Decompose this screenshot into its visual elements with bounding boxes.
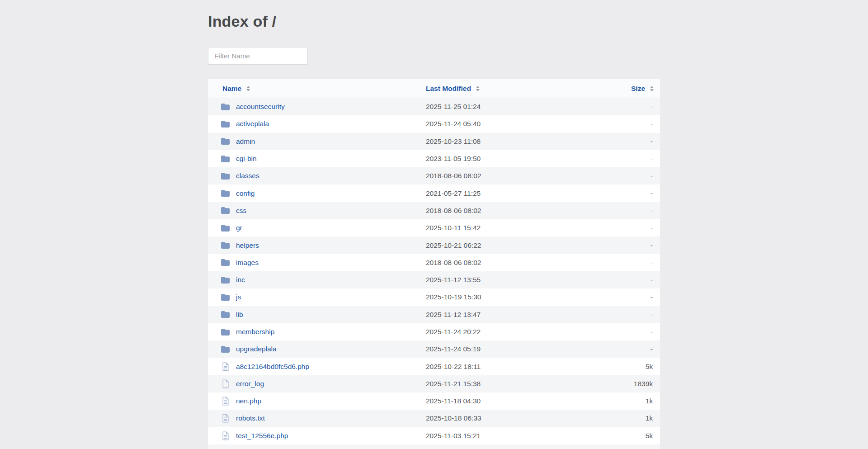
table-row: lib 2025-11-12 13:47 - <box>208 306 660 323</box>
table-row: error_log 2025-11-21 15:38 1839k <box>208 375 660 392</box>
entry-link[interactable]: helpers <box>236 241 259 250</box>
column-header-size-label: Size <box>631 85 645 93</box>
folder-icon <box>221 293 230 302</box>
sort-icon <box>246 86 250 91</box>
file-icon <box>221 379 230 388</box>
entry-link[interactable]: activeplala <box>236 120 269 128</box>
table-row: config 2021-05-27 11:25 - <box>208 184 660 202</box>
column-header-name-label: Name <box>222 85 241 93</box>
name-cell: activeplala <box>208 119 426 128</box>
entry-link[interactable]: upgradeplala <box>236 345 277 353</box>
entry-link[interactable]: gr <box>236 224 242 232</box>
last-modified-cell: 2025-11-24 05:19 <box>426 345 606 353</box>
entry-link[interactable]: nen.php <box>236 397 261 405</box>
entry-link[interactable]: error_log <box>236 380 264 388</box>
size-cell: - <box>606 207 660 215</box>
last-modified-cell: 2025-11-21 15:38 <box>426 380 606 388</box>
last-modified-cell: 2025-10-22 18:11 <box>426 363 606 371</box>
file-listing-table: Name Last Modified Size accountsecurity <box>208 79 660 449</box>
sort-icon <box>650 86 654 91</box>
column-header-size[interactable]: Size <box>606 85 660 93</box>
entry-link[interactable]: a8c12164bd0fc5d6.php <box>236 363 309 371</box>
size-cell: - <box>606 293 660 301</box>
last-modified-cell: 2025-10-18 06:33 <box>426 414 606 422</box>
last-modified-cell: 2025-11-12 13:47 <box>426 311 606 319</box>
size-cell: - <box>606 276 660 284</box>
entry-link[interactable]: js <box>236 293 241 301</box>
size-cell: - <box>606 345 660 353</box>
table-row: membership 2025-11-24 20:22 - <box>208 323 660 340</box>
table-row: helpers 2025-10-21 06:22 - <box>208 236 660 254</box>
table-row: admin 2025-10-23 11:08 - <box>208 133 660 150</box>
size-cell: 5k <box>606 432 660 440</box>
name-cell: config <box>208 189 426 198</box>
entry-link[interactable]: config <box>236 189 255 198</box>
file-table-body: accountsecurity 2025-11-25 01:24 - activ… <box>208 98 660 444</box>
folder-icon <box>221 119 230 128</box>
directory-index-page: Index of / Name Last Modified Size <box>208 0 660 449</box>
file-text-icon <box>221 362 230 371</box>
table-row: cgi-bin 2023-11-05 19:50 - <box>208 150 660 167</box>
table-row: images 2018-08-06 08:02 - <box>208 254 660 271</box>
table-row: css 2018-08-06 08:02 - <box>208 202 660 219</box>
entry-link[interactable]: admin <box>236 137 255 146</box>
table-header-row: Name Last Modified Size <box>208 79 660 98</box>
name-cell: cgi-bin <box>208 154 426 163</box>
column-header-name[interactable]: Name <box>208 85 426 93</box>
entry-link[interactable]: images <box>236 259 259 267</box>
name-cell: images <box>208 258 426 267</box>
last-modified-cell: 2025-10-21 06:22 <box>426 241 606 250</box>
name-cell: upgradeplala <box>208 345 426 354</box>
name-cell: css <box>208 206 426 215</box>
entry-link[interactable]: inc <box>236 276 245 284</box>
size-cell: - <box>606 120 660 128</box>
size-cell: - <box>606 241 660 250</box>
last-modified-cell: 2025-10-11 15:42 <box>426 224 606 232</box>
entry-link[interactable]: accountsecurity <box>236 103 285 111</box>
filter-name-input[interactable] <box>208 47 308 65</box>
table-row: classes 2018-08-06 08:02 - <box>208 167 660 184</box>
last-modified-cell: 2025-10-23 11:08 <box>426 137 606 146</box>
name-cell: inc <box>208 275 426 284</box>
file-text-icon <box>221 431 230 440</box>
size-cell: - <box>606 328 660 336</box>
name-cell: classes <box>208 171 426 180</box>
column-header-last-modified-label: Last Modified <box>426 85 471 93</box>
name-cell: admin <box>208 137 426 146</box>
size-cell: - <box>606 155 660 163</box>
folder-icon <box>221 137 230 146</box>
folder-icon <box>221 154 230 163</box>
table-row-partial <box>208 444 660 449</box>
entry-link[interactable]: robots.txt <box>236 414 265 422</box>
last-modified-cell: 2018-08-06 08:02 <box>426 207 606 215</box>
entry-link[interactable]: classes <box>236 172 259 180</box>
folder-icon <box>221 310 230 319</box>
folder-icon <box>221 206 230 215</box>
size-cell: 1k <box>606 397 660 405</box>
column-header-last-modified[interactable]: Last Modified <box>426 85 606 93</box>
name-cell: helpers <box>208 241 426 250</box>
size-cell: 5k <box>606 363 660 371</box>
last-modified-cell: 2018-08-06 08:02 <box>426 259 606 267</box>
folder-icon <box>221 171 230 180</box>
entry-link[interactable]: css <box>236 207 246 215</box>
last-modified-cell: 2025-11-24 20:22 <box>426 328 606 336</box>
entry-link[interactable]: membership <box>236 328 274 336</box>
name-cell: js <box>208 293 426 302</box>
name-cell: robots.txt <box>208 414 426 423</box>
table-row: upgradeplala 2025-11-24 05:19 - <box>208 340 660 358</box>
entry-link[interactable]: lib <box>236 311 243 319</box>
last-modified-cell: 2025-11-24 05:40 <box>426 120 606 128</box>
table-row: inc 2025-11-12 13:55 - <box>208 271 660 288</box>
sort-icon <box>476 86 480 91</box>
table-row: activeplala 2025-11-24 05:40 - <box>208 115 660 132</box>
entry-link[interactable]: cgi-bin <box>236 155 257 163</box>
table-row: robots.txt 2025-10-18 06:33 1k <box>208 410 660 427</box>
name-cell: test_12556e.php <box>208 431 426 440</box>
size-cell: - <box>606 172 660 180</box>
filter-section <box>208 47 660 65</box>
table-row: gr 2025-10-11 15:42 - <box>208 219 660 236</box>
entry-link[interactable]: test_12556e.php <box>236 432 288 440</box>
table-row: accountsecurity 2025-11-25 01:24 - <box>208 98 660 115</box>
table-row: a8c12164bd0fc5d6.php 2025-10-22 18:11 5k <box>208 358 660 375</box>
